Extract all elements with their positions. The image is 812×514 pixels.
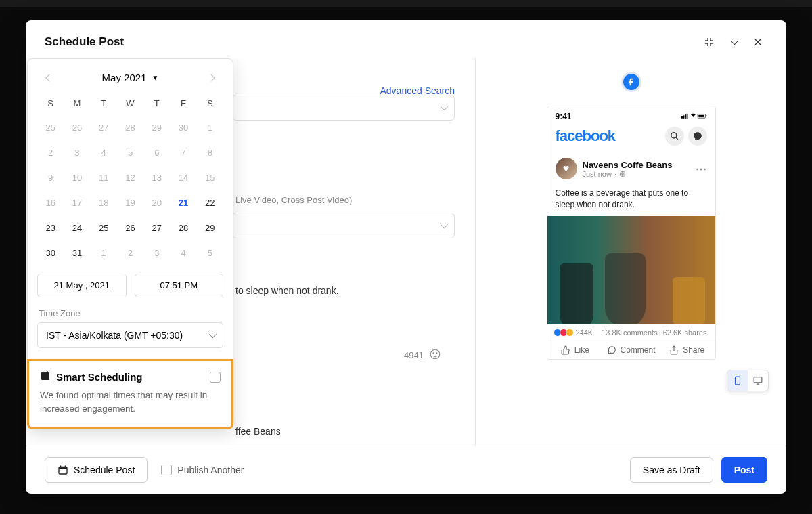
desktop-view-button[interactable] — [748, 370, 768, 391]
month-prev[interactable] — [43, 71, 56, 83]
like-button[interactable]: Like — [547, 345, 604, 355]
cal-day[interactable]: 3 — [143, 240, 170, 265]
cal-day[interactable]: 22 — [197, 190, 223, 215]
cal-dow: W — [117, 91, 143, 115]
cal-day[interactable]: 9 — [37, 165, 64, 190]
cal-day[interactable]: 26 — [64, 115, 90, 140]
cal-dow: T — [91, 91, 117, 115]
cal-day[interactable]: 27 — [143, 215, 170, 240]
cal-day[interactable]: 28 — [170, 215, 196, 240]
share-button[interactable]: Share — [659, 345, 715, 355]
cal-day[interactable]: 20 — [143, 190, 170, 215]
calendar-icon — [40, 370, 51, 383]
cal-day[interactable]: 4 — [170, 240, 196, 265]
device-switcher — [727, 370, 769, 391]
cal-day[interactable]: 26 — [117, 215, 143, 240]
status-clock: 9:41 — [556, 112, 572, 121]
schedule-post-button[interactable]: Schedule Post — [45, 457, 148, 483]
collapse-icon[interactable] — [700, 33, 719, 51]
svg-point-2 — [436, 352, 438, 354]
publish-another-checkbox[interactable]: Publish Another — [161, 465, 244, 475]
cal-dow: S — [197, 91, 223, 115]
comment-count: 13.8K comments — [602, 328, 658, 337]
svg-rect-21 — [65, 465, 66, 467]
smart-scheduling-panel: Smart Scheduling We found optimal times … — [27, 359, 233, 429]
cal-day[interactable]: 2 — [37, 140, 64, 165]
timezone-label: Time Zone — [28, 308, 233, 322]
post-image — [547, 216, 715, 324]
date-input[interactable]: 21 May , 2021 — [37, 274, 127, 297]
cal-dow: F — [170, 91, 196, 115]
cal-day[interactable]: 6 — [143, 140, 170, 165]
svg-rect-4 — [41, 372, 49, 374]
cal-day[interactable]: 3 — [64, 140, 90, 165]
schedule-post-modal: Schedule Post Advanced Search Live Video… — [26, 20, 786, 494]
emoji-icon[interactable] — [429, 348, 441, 362]
cal-day[interactable]: 21 — [170, 190, 196, 215]
post-text: Coffee is a beverage that puts one to sl… — [547, 185, 715, 216]
cal-day[interactable]: 31 — [64, 240, 90, 265]
svg-point-1 — [433, 352, 434, 354]
cal-day[interactable]: 17 — [64, 190, 90, 215]
month-next[interactable] — [204, 71, 218, 83]
svg-rect-20 — [60, 465, 61, 467]
facebook-badge-icon — [621, 72, 641, 92]
mobile-view-button[interactable] — [727, 370, 748, 391]
cal-day[interactable]: 5 — [117, 140, 143, 165]
modal-header: Schedule Post — [26, 20, 786, 58]
cal-day[interactable]: 30 — [170, 115, 196, 140]
smart-scheduling-checkbox[interactable] — [210, 372, 221, 383]
reaction-count: 244K — [556, 328, 593, 337]
cal-day[interactable]: 11 — [91, 165, 117, 190]
close-icon[interactable] — [748, 33, 767, 51]
expand-dropdown-icon[interactable] — [724, 33, 743, 51]
cal-day[interactable]: 25 — [91, 215, 117, 240]
cal-day[interactable]: 19 — [117, 190, 143, 215]
cal-day[interactable]: 28 — [117, 115, 143, 140]
video-hint: Live Video, Cross Post Video) — [235, 195, 352, 205]
cal-day[interactable]: 18 — [91, 190, 117, 215]
time-input[interactable]: 07:51 PM — [135, 274, 224, 297]
svg-rect-6 — [47, 371, 48, 373]
timezone-select[interactable]: IST - Asia/Kolkata (GMT +05:30) — [37, 322, 223, 348]
save-draft-button[interactable]: Save as Draft — [630, 457, 713, 483]
facebook-logo: facebook — [556, 127, 616, 145]
svg-rect-19 — [59, 467, 67, 469]
cal-day[interactable]: 12 — [117, 165, 143, 190]
cal-day[interactable]: 14 — [170, 165, 196, 190]
month-label[interactable]: May 2021 ▼ — [102, 72, 159, 83]
post-button[interactable]: Post — [721, 457, 767, 483]
smart-scheduling-desc: We found optimal times that may result i… — [40, 389, 221, 415]
search-icon[interactable] — [665, 127, 684, 146]
cal-day[interactable]: 25 — [37, 115, 64, 140]
cal-day[interactable]: 16 — [37, 190, 64, 215]
post-menu-icon[interactable]: ⋯ — [696, 163, 707, 175]
cal-day[interactable]: 29 — [143, 115, 170, 140]
post-type-select[interactable] — [232, 213, 455, 238]
account-select[interactable] — [232, 95, 455, 121]
cal-day[interactable]: 15 — [197, 165, 223, 190]
svg-rect-17 — [754, 377, 762, 383]
cal-day[interactable]: 1 — [91, 240, 117, 265]
post-time: Just now · — [583, 170, 673, 178]
cal-day[interactable]: 1 — [197, 115, 223, 140]
cal-day[interactable]: 10 — [64, 165, 90, 190]
cal-day[interactable]: 5 — [197, 240, 223, 265]
cal-day[interactable]: 4 — [91, 140, 117, 165]
cal-day[interactable]: 24 — [64, 215, 90, 240]
cal-day[interactable]: 23 — [37, 215, 64, 240]
post-page-name: Naveens Coffe Beans — [583, 160, 673, 170]
cal-day[interactable]: 27 — [91, 115, 117, 140]
cal-day[interactable]: 13 — [143, 165, 170, 190]
char-count-value: 4941 — [404, 350, 424, 360]
share-count: 62.6K shares — [663, 328, 707, 337]
cal-day[interactable]: 8 — [197, 140, 223, 165]
comment-button[interactable]: Comment — [603, 345, 659, 355]
cal-day[interactable]: 2 — [117, 240, 143, 265]
schedule-popover: May 2021 ▼ SMTWTFS2526272829301234567891… — [27, 58, 233, 429]
messenger-icon[interactable] — [688, 127, 707, 146]
cal-day[interactable]: 7 — [170, 140, 196, 165]
month-text: May 2021 — [102, 72, 147, 83]
cal-day[interactable]: 30 — [37, 240, 64, 265]
cal-day[interactable]: 29 — [197, 215, 223, 240]
